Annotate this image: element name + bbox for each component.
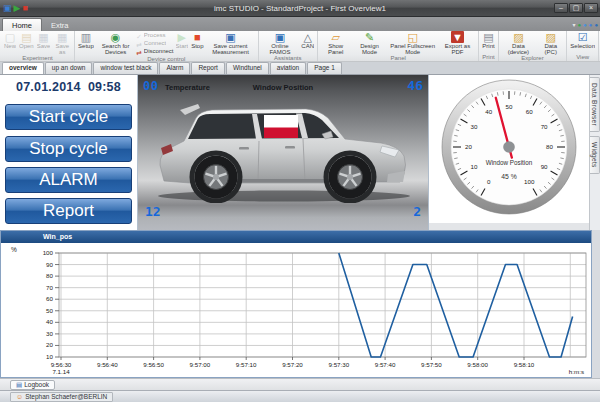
page-tab-aviation[interactable]: aviation [270, 62, 306, 74]
design-mode-icon: ✎ [365, 31, 374, 43]
save-button[interactable]: ▦Save [36, 31, 52, 49]
globe-icon[interactable]: ● [583, 22, 587, 28]
show-panel-button[interactable]: ▱Show Panel [320, 31, 351, 55]
svg-text:h:m:s: h:m:s [569, 368, 584, 375]
print-button[interactable]: ▤Print [481, 31, 495, 49]
page-tab-bar: overviewup an downwindow test blackAlarm… [0, 62, 600, 75]
svg-text:30: 30 [470, 123, 477, 130]
can-icon: △ [303, 31, 311, 43]
page-tab-page-1[interactable]: Page 1 [307, 62, 342, 74]
ribbon-group-assistants: ▣Online FAMOS△CANAssistants [259, 31, 319, 61]
ribbon-tab-extra[interactable]: Extra [42, 19, 78, 31]
save-current-measurement-data-button[interactable]: ▣Save current Measurement Data [206, 31, 256, 56]
disconnect-button[interactable]: ⇄Disconnect [136, 48, 173, 56]
maximize-button[interactable]: ▢ [569, 3, 583, 13]
svg-text:9:57:10: 9:57:10 [236, 361, 257, 368]
svg-text:9:56:30: 9:56:30 [51, 361, 72, 368]
svg-text:9:56:40: 9:56:40 [97, 361, 118, 368]
connect-button[interactable]: ⇄Connect [136, 40, 173, 48]
app-window: ▣▶■ imc STUDIO - StandardProject - First… [0, 0, 600, 402]
stop-cycle-button[interactable]: Stop cycle [5, 136, 132, 162]
logbook-tab[interactable]: ▤ Logbook [10, 380, 55, 390]
dock-tab-widgets[interactable]: Widgets [590, 136, 600, 174]
titlebar-icons: ▣▶■ [0, 3, 28, 13]
svg-text:%: % [11, 246, 17, 253]
show-panel-icon: ▱ [331, 31, 339, 43]
help-icon[interactable]: ● [594, 22, 598, 28]
alarm-button[interactable]: ALARM [5, 167, 132, 193]
page-tab-overview[interactable]: overview [2, 62, 44, 74]
stop-button[interactable]: ■Stop [190, 31, 204, 49]
dropdown-icon[interactable]: ▾ [572, 22, 575, 28]
svg-text:80: 80 [546, 143, 553, 150]
online-famos-icon: ▣ [275, 31, 285, 43]
user-icon: ☺ [16, 392, 23, 401]
close-button[interactable]: × [584, 3, 598, 13]
page-tab-windtunel[interactable]: Windtunel [226, 62, 269, 74]
svg-text:9:58:00: 9:58:00 [467, 361, 488, 368]
design-mode-button[interactable]: ✎Design Mode [352, 31, 386, 55]
panel-area: 07.01.2014 09:58 Start cycleStop cycleAL… [0, 75, 600, 230]
data-device-button[interactable]: ▨Data (device) [501, 31, 537, 55]
print-icon: ▤ [483, 31, 493, 43]
data-pc-button[interactable]: ▨Data (PC) [537, 31, 564, 55]
page-tab-window-test-black[interactable]: window test black [93, 62, 158, 74]
svg-text:50: 50 [46, 307, 53, 314]
svg-text:30: 30 [46, 330, 53, 337]
ribbon-group-explorer: ▨Data (device)▨Data (PC)Explorer [499, 31, 568, 61]
info-icon[interactable]: ● [589, 22, 593, 28]
start-icon: ▶ [178, 31, 186, 43]
status-bar: ☺ Stephan Schaefer@BERLIN [0, 390, 600, 402]
export-as-pdf-button[interactable]: ▼Export as PDF [439, 31, 477, 55]
search-devices-icon: ◉ [111, 31, 121, 43]
bottom-left-value-display: 12 [145, 204, 161, 219]
page-tab-alarm[interactable]: Alarm [159, 62, 190, 74]
svg-text:50: 50 [506, 103, 513, 110]
ribbon-group-print: ▤PrintPrint [479, 31, 498, 61]
online-famos-button[interactable]: ▣Online FAMOS [261, 31, 300, 55]
logbook-icon: ▤ [16, 380, 22, 389]
save-data-icon: ▣ [225, 31, 235, 43]
control-panel: 07.01.2014 09:58 Start cycleStop cycleAL… [0, 75, 138, 230]
svg-text:90: 90 [541, 163, 548, 170]
process-button[interactable]: ✓Process [136, 32, 173, 40]
gauge-label: Window Position [486, 159, 533, 166]
ribbon-group-device-control: ▥Setup◉Search for Devices✓Process⇄Connec… [75, 31, 258, 61]
datetime-display: 07.01.2014 09:58 [0, 80, 137, 94]
refresh-icon[interactable]: ● [578, 22, 582, 28]
dock-tab-data-browser[interactable]: Data Browser [590, 77, 600, 132]
search-for-devices-button[interactable]: ◉Search for Devices [96, 31, 136, 55]
user-name: Stephan Schaefer@BERLIN [25, 392, 107, 401]
ribbon-group-experiment: ▢New▤Open▦Save▦Save asExperiment [1, 31, 75, 61]
setup-button[interactable]: ▥Setup [77, 31, 95, 49]
dock-tab-strip: Data BrowserWidgets [589, 75, 600, 230]
curve-chart[interactable]: 1020304050607080901009:56:309:56:409:56:… [1, 243, 591, 377]
open-button[interactable]: ▤Open [18, 31, 35, 49]
report-button[interactable]: Report [5, 198, 132, 224]
can-button[interactable]: △CAN [300, 31, 315, 49]
channel-name: Win_pos [43, 233, 72, 240]
data-pc-icon: ▨ [546, 31, 556, 43]
ribbon-mini-icons: ▾●●●● [572, 22, 598, 31]
user-box: ☺ Stephan Schaefer@BERLIN [10, 392, 113, 402]
process-icon: ✓ [136, 33, 141, 40]
start-cycle-button[interactable]: Start cycle [5, 104, 132, 130]
car-widget: 00 Temperature Window Position 46 12 2 [138, 75, 428, 230]
start-button[interactable]: ▶Start [175, 31, 190, 49]
fullscreen-icon: ◱ [407, 31, 417, 43]
svg-text:9:58:10: 9:58:10 [514, 361, 535, 368]
page-tab-up-an-down[interactable]: up an down [45, 62, 93, 74]
svg-text:40: 40 [46, 318, 53, 325]
logbook-label: Logbook [24, 380, 49, 389]
svg-text:9:57:50: 9:57:50 [421, 361, 442, 368]
svg-text:7.1.14: 7.1.14 [52, 368, 70, 375]
save-as-button[interactable]: ▦Save as [52, 31, 72, 55]
svg-text:9:57:40: 9:57:40 [375, 361, 396, 368]
new-button[interactable]: ▢New [3, 31, 17, 49]
selection-button[interactable]: ☑Selection [569, 31, 596, 49]
svg-text:70: 70 [46, 284, 53, 291]
ribbon-tab-home[interactable]: Home [2, 18, 42, 31]
page-tab-report[interactable]: Report [191, 62, 225, 74]
minimize-button[interactable]: – [554, 3, 568, 13]
panel-fullscreen-mode-button[interactable]: ◱Panel Fullscreen Mode [388, 31, 438, 55]
